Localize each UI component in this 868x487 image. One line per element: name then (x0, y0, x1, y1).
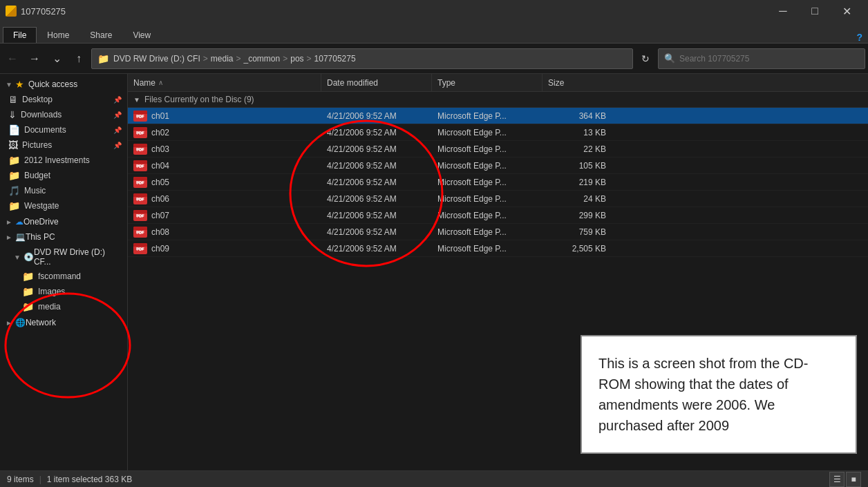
dvd-header[interactable]: ▼ 💿 DVD RW Drive (D:) CF... (0, 245, 127, 269)
help-button[interactable]: ? (856, 32, 868, 43)
cell-type: Microsoft Edge P... (432, 111, 542, 121)
col-size-label: Size (548, 78, 564, 88)
refresh-button[interactable]: ↻ (636, 49, 655, 68)
col-header-name[interactable]: Name ∧ (128, 74, 321, 91)
tab-view[interactable]: View (122, 27, 161, 43)
up-button[interactable]: ↑ (69, 49, 88, 68)
table-row[interactable]: PDF ch07 4/21/2006 9:52 AM Microsoft Edg… (128, 207, 868, 224)
cell-date: 4/21/2006 9:52 AM (321, 178, 432, 187)
cell-filename: PDF ch08 (128, 227, 321, 238)
filename-text: ch03 (151, 144, 169, 154)
items-count: 9 items (7, 475, 34, 484)
table-row[interactable]: PDF ch04 4/21/2006 9:52 AM Microsoft Edg… (128, 157, 868, 174)
search-bar[interactable]: 🔍 (658, 48, 865, 69)
back-button[interactable]: ← (3, 49, 22, 68)
cell-size: 759 KB (542, 227, 612, 237)
cell-type: Microsoft Edge P... (432, 144, 542, 154)
status-separator: | (39, 475, 41, 484)
cell-size: 2,505 KB (542, 244, 612, 254)
cell-size: 24 KB (542, 194, 612, 204)
onedrive-section: ► ☁ OneDrive (0, 215, 127, 229)
sidebar-item-investments[interactable]: 📁 2012 Investments (0, 153, 127, 168)
large-icons-button[interactable]: ■ (846, 472, 861, 487)
sidebar-item-westgate[interactable]: 📁 Westgate (0, 198, 127, 213)
sidebar-item-pictures[interactable]: 🖼 Pictures 📌 (0, 137, 127, 153)
documents-icon: 📄 (8, 124, 20, 135)
sidebar-item-budget[interactable]: 📁 Budget (0, 168, 127, 183)
minimize-button[interactable]: ─ (767, 0, 799, 22)
col-header-size[interactable]: Size (542, 74, 612, 91)
table-row[interactable]: PDF ch06 4/21/2006 9:52 AM Microsoft Edg… (128, 191, 868, 207)
sidebar-music-label: Music (24, 186, 46, 195)
onedrive-header[interactable]: ► ☁ OneDrive (0, 215, 127, 229)
quick-access-star-icon: ★ (15, 79, 24, 90)
col-header-date[interactable]: Date modified (321, 74, 432, 91)
filename-text: ch04 (151, 161, 169, 171)
pin-icon: 📌 (113, 142, 122, 149)
filename-text: ch05 (151, 178, 169, 187)
cell-size: 299 KB (542, 211, 612, 220)
sidebar-downloads-label: Downloads (21, 110, 62, 120)
tab-file[interactable]: File (3, 27, 37, 43)
folder-icon: 📁 (22, 286, 34, 297)
table-row[interactable]: PDF ch03 4/21/2006 9:52 AM Microsoft Edg… (128, 141, 868, 157)
cell-size: 13 KB (542, 128, 612, 137)
sidebar: ▼ ★ Quick access 🖥 Desktop 📌 ⇓ Downloads… (0, 74, 128, 471)
sidebar-item-media[interactable]: 📁 media (0, 299, 127, 314)
network-icon: 🌐 (15, 318, 26, 327)
cell-date: 4/21/2006 9:52 AM (321, 211, 432, 220)
cell-size: 364 KB (542, 111, 612, 121)
pdf-icon: PDF (133, 210, 147, 221)
network-header[interactable]: ► 🌐 Network (0, 316, 127, 330)
recent-locations-button[interactable]: ⌄ (47, 49, 66, 68)
cell-filename: PDF ch02 (128, 127, 321, 138)
cell-date: 4/21/2006 9:52 AM (321, 144, 432, 154)
onedrive-label: OneDrive (23, 217, 59, 227)
sidebar-item-downloads[interactable]: ⇓ Downloads 📌 (0, 107, 127, 122)
folder-icon: 📁 (22, 301, 34, 312)
ribbon-tabs: File Home Share View ? (0, 22, 868, 43)
network-section: ► 🌐 Network (0, 316, 127, 330)
network-chevron: ► (6, 319, 12, 327)
pdf-icon: PDF (133, 160, 147, 171)
sidebar-item-fscommand[interactable]: 📁 fscommand (0, 269, 127, 284)
sidebar-item-desktop[interactable]: 🖥 Desktop 📌 (0, 92, 127, 107)
annotation-text: This is a screen shot from the CD-ROM sh… (598, 356, 808, 433)
filename-text: ch01 (151, 111, 169, 121)
table-row[interactable]: PDF ch09 4/21/2006 9:52 AM Microsoft Edg… (128, 240, 868, 257)
cell-date: 4/21/2006 9:52 AM (321, 244, 432, 254)
sidebar-item-documents[interactable]: 📄 Documents 📌 (0, 122, 127, 137)
tab-share[interactable]: Share (79, 27, 122, 43)
cell-type: Microsoft Edge P... (432, 244, 542, 254)
table-row[interactable]: PDF ch02 4/21/2006 9:52 AM Microsoft Edg… (128, 124, 868, 141)
sidebar-item-music[interactable]: 🎵 Music (0, 183, 127, 198)
address-folder: 107705275 (314, 54, 356, 64)
table-row[interactable]: PDF ch05 4/21/2006 9:52 AM Microsoft Edg… (128, 174, 868, 191)
group-header[interactable]: ▼ Files Currently on the Disc (9) (128, 92, 868, 108)
address-common: _common (244, 54, 281, 64)
sidebar-images-label: Images (38, 287, 65, 296)
col-header-type[interactable]: Type (432, 74, 542, 91)
sidebar-item-images[interactable]: 📁 Images (0, 284, 127, 299)
quick-access-header[interactable]: ▼ ★ Quick access (0, 77, 127, 92)
cell-size: 219 KB (542, 178, 612, 187)
folder-icon: 📁 (22, 271, 34, 282)
forward-button[interactable]: → (25, 49, 44, 68)
pin-icon: 📌 (113, 111, 122, 119)
titlebar-controls: ─ □ ✕ (767, 0, 862, 22)
tab-home[interactable]: Home (37, 27, 79, 43)
address-media: media (211, 54, 234, 64)
close-button[interactable]: ✕ (831, 0, 862, 22)
this-pc-header[interactable]: ► 💻 This PC (0, 230, 127, 244)
pdf-icon: PDF (133, 243, 147, 254)
address-bar[interactable]: 📁 DVD RW Drive (D:) CFI > media > _commo… (91, 48, 633, 69)
sidebar-westgate-label: Westgate (24, 201, 59, 211)
search-input[interactable] (679, 54, 859, 64)
table-row[interactable]: PDF ch01 4/21/2006 9:52 AM Microsoft Edg… (128, 108, 868, 124)
details-view-button[interactable]: ☰ (829, 472, 845, 487)
pdf-icon: PDF (133, 177, 147, 188)
maximize-button[interactable]: □ (799, 0, 831, 22)
quick-access-chevron: ▼ (6, 81, 12, 88)
table-row[interactable]: PDF ch08 4/21/2006 9:52 AM Microsoft Edg… (128, 224, 868, 240)
sidebar-pictures-label: Pictures (22, 140, 52, 150)
